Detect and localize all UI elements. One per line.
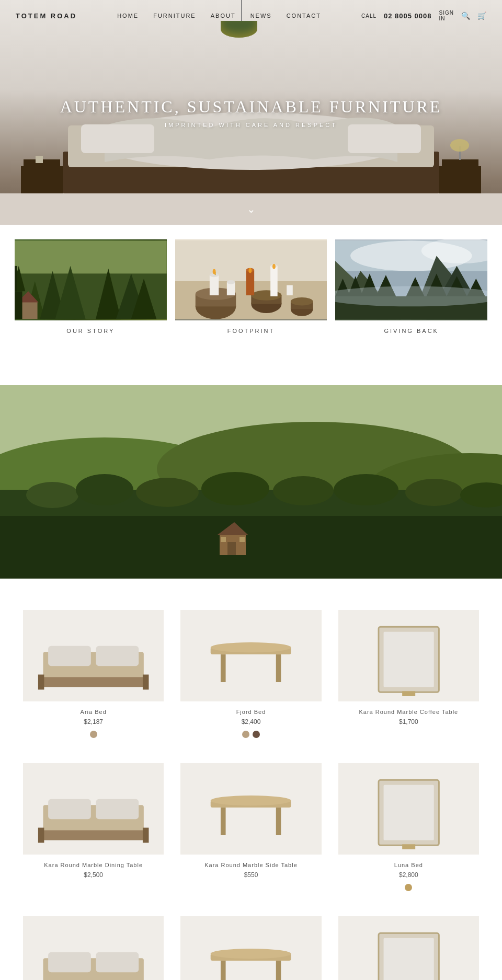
svg-rect-132 xyxy=(276,961,281,980)
svg-rect-97 xyxy=(180,612,321,699)
svg-rect-96 xyxy=(143,675,149,690)
hero-section: AUTHENTIC, SUSTAINABLE FURNITURE IMPRINT… xyxy=(0,0,502,225)
product-item[interactable]: Kara Round Marble Coffee Table$1,700 xyxy=(330,599,487,753)
banner-svg xyxy=(0,385,502,579)
image-card-our-story[interactable]: OUR STORY xyxy=(15,239,167,338)
our-story-label: OUR STORY xyxy=(15,328,167,338)
product-item[interactable]: Luxa Bench$1,450 xyxy=(15,906,172,980)
svg-point-78 xyxy=(136,478,199,507)
product-price: $550 xyxy=(180,871,321,879)
svg-rect-131 xyxy=(221,961,226,980)
svg-rect-120 xyxy=(383,785,433,840)
product-item[interactable]: Kara Round Marble Side Table$550 xyxy=(172,753,329,906)
nav-home[interactable]: HOME xyxy=(117,13,139,19)
hero-text: AUTHENTIC, SUSTAINABLE FURNITURE IMPRINT… xyxy=(60,97,442,128)
color-swatch[interactable] xyxy=(90,731,97,738)
product-image xyxy=(23,916,164,980)
svg-rect-92 xyxy=(43,677,143,687)
site-logo[interactable]: TOTEM ROAD xyxy=(16,12,77,20)
sign-in-button[interactable]: SIGNIN xyxy=(439,10,454,21)
call-label: CALL xyxy=(361,13,376,19)
spacer-1 xyxy=(0,338,502,385)
footprint-label: FOOTPRINT xyxy=(175,328,327,338)
svg-rect-116 xyxy=(276,808,281,835)
svg-rect-87 xyxy=(227,542,236,555)
svg-rect-24 xyxy=(15,291,22,319)
svg-point-12 xyxy=(450,139,469,152)
svg-rect-115 xyxy=(221,808,226,835)
banner-background xyxy=(0,385,502,579)
product-price: $2,187 xyxy=(23,718,164,725)
svg-point-37 xyxy=(291,297,313,306)
product-item[interactable]: Luxa Mirror$1,900 xyxy=(330,906,487,980)
candles-svg xyxy=(175,239,327,320)
svg-rect-43 xyxy=(270,266,278,296)
svg-point-49 xyxy=(248,268,252,273)
phone-number[interactable]: 02 8005 0008 xyxy=(384,12,432,20)
our-story-image xyxy=(15,239,167,320)
color-swatches xyxy=(338,884,479,891)
svg-rect-108 xyxy=(43,830,143,840)
mountain-svg xyxy=(335,239,487,320)
image-card-giving-back[interactable]: GIVING BACK xyxy=(335,239,487,338)
cart-icon[interactable]: 🛒 xyxy=(477,11,486,20)
svg-point-82 xyxy=(405,479,463,506)
product-name: Fjord Bed xyxy=(180,709,321,715)
product-name: Luna Bed xyxy=(338,862,479,868)
svg-point-80 xyxy=(273,476,334,505)
products-grid: Aria Bed$2,187 Fjord Bed$2,400 Kara Roun… xyxy=(15,599,487,980)
svg-point-79 xyxy=(201,472,269,505)
header-right: CALL 02 8005 0008 SIGNIN 🔍 🛒 xyxy=(361,10,486,21)
giving-back-image xyxy=(335,239,487,320)
product-name: Kara Round Marble Coffee Table xyxy=(338,709,479,715)
product-item[interactable]: Kara Round Marble Dining Table$2,500 xyxy=(15,753,172,906)
product-image xyxy=(338,610,479,701)
product-item[interactable]: Luxa Console Table$1,500 xyxy=(172,906,329,980)
product-image xyxy=(180,916,321,980)
svg-rect-6 xyxy=(21,166,63,193)
svg-rect-100 xyxy=(276,654,281,682)
svg-rect-104 xyxy=(383,632,433,687)
product-name: Kara Round Marble Dining Table xyxy=(23,862,164,868)
color-swatch[interactable] xyxy=(253,731,260,738)
nav-about[interactable]: ABOUT xyxy=(211,13,236,19)
search-icon[interactable]: 🔍 xyxy=(461,11,470,20)
svg-rect-26 xyxy=(15,266,17,291)
scroll-chevron[interactable]: ⌄ xyxy=(247,203,256,215)
product-price: $2,500 xyxy=(23,871,164,879)
nav-contact[interactable]: CONTACT xyxy=(287,13,321,19)
footprint-image xyxy=(175,239,327,320)
svg-rect-88 xyxy=(221,537,226,542)
product-item[interactable]: Aria Bed$2,187 xyxy=(15,599,172,753)
svg-rect-94 xyxy=(96,646,139,666)
svg-point-81 xyxy=(334,474,398,505)
svg-rect-99 xyxy=(221,654,226,682)
product-name: Aria Bed xyxy=(23,709,164,715)
product-price: $2,400 xyxy=(180,718,321,725)
svg-rect-5 xyxy=(348,124,421,153)
product-item[interactable]: Luna Bed$2,800 xyxy=(330,753,487,906)
image-cards-section: OUR STORY xyxy=(0,225,502,338)
product-image xyxy=(338,763,479,855)
nav-furniture[interactable]: FURNITURE xyxy=(153,13,196,19)
giving-back-label: GIVING BACK xyxy=(335,328,487,338)
banner-section: TRANSFORM ORDINARY SPACES INTO SACRED PL… xyxy=(0,385,502,579)
color-swatch[interactable] xyxy=(242,731,249,738)
product-name: Kara Round Marble Side Table xyxy=(180,862,321,868)
svg-rect-136 xyxy=(383,938,433,980)
svg-rect-84 xyxy=(0,516,502,579)
svg-rect-111 xyxy=(38,828,44,843)
svg-point-48 xyxy=(212,269,215,274)
svg-rect-10 xyxy=(442,159,478,169)
nav-news[interactable]: NEWS xyxy=(250,13,272,19)
svg-rect-38 xyxy=(210,275,219,295)
svg-rect-113 xyxy=(180,765,321,852)
svg-rect-110 xyxy=(96,799,139,819)
product-image xyxy=(338,916,479,980)
product-item[interactable]: Fjord Bed$2,400 xyxy=(172,599,329,753)
image-card-footprint[interactable]: FOOTPRINT xyxy=(175,239,327,338)
svg-rect-112 xyxy=(143,828,149,843)
svg-point-117 xyxy=(211,795,291,805)
color-swatch[interactable] xyxy=(405,884,412,891)
svg-point-77 xyxy=(76,474,133,505)
